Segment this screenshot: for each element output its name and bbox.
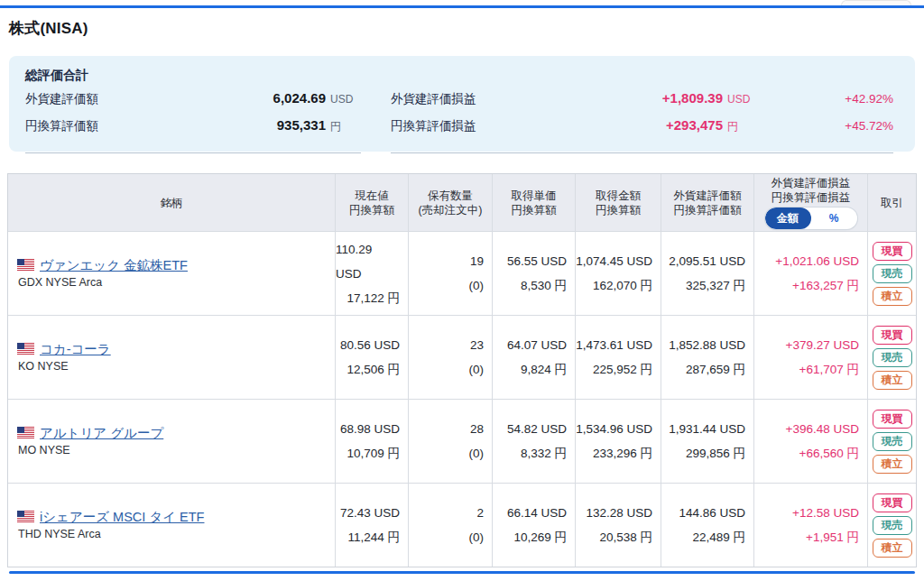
summary-value: 6,024.69 (176, 90, 327, 106)
sell-button[interactable]: 現売 (873, 264, 912, 283)
pl-cell: +1,021.06 USD+163,257 円 (753, 232, 867, 315)
acquisition-amount-cell: 1,074.45 USD162,070 円 (575, 232, 661, 315)
current-price-cell: 80.56 USD12,506 円 (335, 316, 408, 399)
us-flag-icon (17, 343, 34, 355)
summary-pl-value: +1,809.39 (535, 90, 723, 106)
stock-link[interactable]: iシェアーズ MSCI タイ ETF (40, 508, 204, 526)
col-header-valuation: 外貨建評価額 円換算評価額 (661, 174, 753, 231)
valuation-cell: 1,931.44 USD299,856 円 (661, 400, 753, 483)
stock-link[interactable]: アルトリア グループ (40, 424, 163, 442)
us-flag-icon (17, 427, 34, 438)
stock-name-cell: コカ-コーラ KO NYSE (8, 316, 335, 399)
buy-button[interactable]: 現買 (873, 326, 912, 345)
trade-actions-cell: 現買 現売 積立 (867, 484, 916, 567)
summary-title: 総評価合計 (25, 68, 893, 84)
summary-label: 円換算評価損益 (391, 118, 535, 134)
summary-row-foreign-pl: 外貨建評価損益 +1,809.39 USD +42.92% (391, 90, 893, 117)
summary-unit: 円 (330, 119, 361, 134)
trade-actions-cell: 現買 現売 積立 (867, 232, 916, 315)
col-header-quantity: 保有数量 (売却注文中) (408, 174, 492, 231)
stock-ticker: GDX NYSE Arca (18, 274, 102, 291)
top-right-cropped-button (841, 0, 911, 5)
quantity-cell: 28(0) (408, 400, 492, 483)
us-flag-icon (17, 259, 34, 271)
stock-name-cell: ヴァンエック 金鉱株ETF GDX NYSE Arca (8, 232, 335, 315)
buy-button[interactable]: 現買 (873, 410, 912, 429)
quantity-cell: 19(0) (408, 232, 492, 315)
pl-cell: +12.58 USD+1,951 円 (753, 484, 867, 567)
table-row: コカ-コーラ KO NYSE 80.56 USD12,506 円 23(0) 6… (8, 315, 916, 399)
valuation-cell: 2,095.51 USD325,327 円 (661, 232, 753, 315)
summary-valuation-group: 外貨建評価額 6,024.69 USD 円換算評価額 935,331 円 (25, 90, 361, 153)
valuation-cell: 1,852.88 USD287,659 円 (661, 316, 753, 399)
summary-label: 外貨建評価損益 (391, 91, 535, 107)
table-row: iシェアーズ MSCI タイ ETF THD NYSE Arca 72.43 U… (8, 483, 916, 567)
acquisition-amount-cell: 132.28 USD20,538 円 (575, 484, 661, 567)
buy-button[interactable]: 現買 (873, 242, 912, 261)
holdings-table: 銘柄 現在値 円換算額 保有数量 (売却注文中) 取得単価 円換算額 取得金額 … (7, 173, 917, 567)
summary-pl-percent: +45.72% (758, 119, 893, 133)
unit-cost-cell: 64.07 USD9,824 円 (492, 316, 575, 399)
bottom-accent-rule (9, 571, 915, 574)
summary-row-jpy-valuation: 円換算評価額 935,331 円 (25, 117, 361, 144)
top-accent-rule (0, 5, 924, 8)
unit-cost-cell: 66.14 USD10,269 円 (492, 484, 575, 567)
accumulate-button[interactable]: 積立 (873, 287, 912, 306)
summary-label: 外貨建評価額 (25, 91, 176, 107)
col-header-trade: 取引 (867, 174, 916, 231)
trade-actions-cell: 現買 現売 積立 (867, 400, 916, 483)
total-valuation-summary: 総評価合計 外貨建評価額 6,024.69 USD 円換算評価額 935,331… (9, 56, 915, 152)
table-row: アルトリア グループ MO NYSE 68.98 USD10,709 円 28(… (8, 399, 916, 483)
summary-pl-percent: +42.92% (758, 92, 893, 106)
buy-button[interactable]: 現買 (873, 493, 912, 512)
accumulate-button[interactable]: 積立 (873, 371, 912, 390)
trade-actions-cell: 現買 現売 積立 (867, 316, 916, 399)
col-header-acquisition-amount: 取得金額 円換算額 (575, 174, 661, 231)
summary-row-jpy-pl: 円換算評価損益 +293,475 円 +45.72% (391, 117, 893, 144)
unit-cost-cell: 56.55 USD8,530 円 (492, 232, 575, 315)
summary-pl-unit: 円 (727, 119, 758, 134)
summary-label: 円換算評価額 (25, 118, 176, 134)
pl-display-toggle: 金額 % (765, 208, 857, 229)
table-row: ヴァンエック 金鉱株ETF GDX NYSE Arca 110.29 USD17… (8, 231, 916, 315)
stock-name-cell: iシェアーズ MSCI タイ ETF THD NYSE Arca (8, 484, 335, 567)
table-body: ヴァンエック 金鉱株ETF GDX NYSE Arca 110.29 USD17… (8, 231, 916, 567)
col-header-unit-cost: 取得単価 円換算額 (492, 174, 575, 231)
stock-name-cell: アルトリア グループ MO NYSE (8, 400, 335, 483)
col-header-pl: 外貨建評価損益 円換算評価損益 金額 % (753, 174, 867, 231)
unit-cost-cell: 54.82 USD8,332 円 (492, 400, 575, 483)
current-price-cell: 68.98 USD10,709 円 (335, 400, 408, 483)
stock-ticker: THD NYSE Arca (18, 526, 101, 543)
col-header-current-price: 現在値 円換算額 (335, 174, 408, 231)
toggle-amount-segment[interactable]: 金額 (765, 208, 811, 229)
accumulate-button[interactable]: 積立 (873, 455, 912, 474)
col-header-name: 銘柄 (8, 174, 335, 231)
sell-button[interactable]: 現売 (873, 348, 912, 367)
stock-ticker: MO NYSE (18, 442, 70, 459)
quantity-cell: 23(0) (408, 316, 492, 399)
stock-link[interactable]: ヴァンエック 金鉱株ETF (40, 256, 188, 274)
pl-cell: +379.27 USD+61,707 円 (753, 316, 867, 399)
sell-button[interactable]: 現売 (873, 432, 912, 451)
pl-cell: +396.48 USD+66,560 円 (753, 400, 867, 483)
summary-row-foreign-valuation: 外貨建評価額 6,024.69 USD (25, 90, 361, 117)
accumulate-button[interactable]: 積立 (873, 539, 912, 558)
quantity-cell: 2(0) (408, 484, 492, 567)
summary-value: 935,331 (176, 117, 327, 133)
current-price-cell: 110.29 USD17,122 円 (335, 232, 408, 315)
us-flag-icon (17, 511, 34, 522)
page-title: 株式(NISA) (9, 18, 88, 39)
summary-pl-unit: USD (727, 93, 758, 106)
stock-ticker: KO NYSE (18, 358, 69, 375)
acquisition-amount-cell: 1,534.96 USD233,296 円 (575, 400, 661, 483)
toggle-percent-segment[interactable]: % (811, 208, 857, 229)
table-header-row: 銘柄 現在値 円換算額 保有数量 (売却注文中) 取得単価 円換算額 取得金額 … (8, 174, 916, 231)
sell-button[interactable]: 現売 (873, 516, 912, 535)
current-price-cell: 72.43 USD11,244 円 (335, 484, 408, 567)
summary-pl-value: +293,475 (535, 117, 723, 133)
summary-pl-group: 外貨建評価損益 +1,809.39 USD +42.92% 円換算評価損益 +2… (391, 90, 893, 153)
summary-unit: USD (330, 93, 361, 106)
stock-link[interactable]: コカ-コーラ (40, 340, 111, 358)
acquisition-amount-cell: 1,473.61 USD225,952 円 (575, 316, 661, 399)
valuation-cell: 144.86 USD22,489 円 (661, 484, 753, 567)
